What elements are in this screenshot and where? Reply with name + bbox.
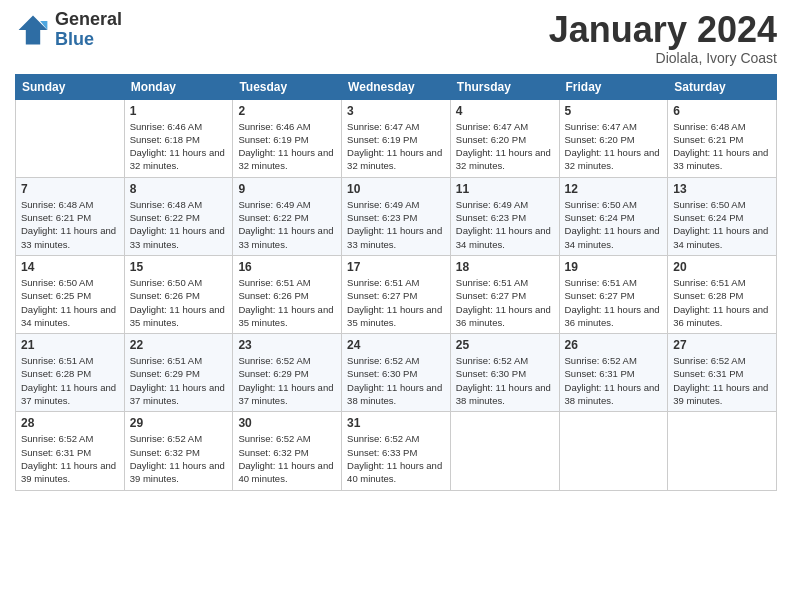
day-number: 14 [21,260,119,274]
day-number: 8 [130,182,228,196]
day-number: 12 [565,182,663,196]
calendar-week-row: 1Sunrise: 6:46 AMSunset: 6:18 PMDaylight… [16,99,777,177]
day-number: 9 [238,182,336,196]
day-number: 28 [21,416,119,430]
day-info: Sunrise: 6:47 AMSunset: 6:20 PMDaylight:… [565,120,663,173]
table-row: 22Sunrise: 6:51 AMSunset: 6:29 PMDayligh… [124,334,233,412]
table-row [450,412,559,490]
table-row: 9Sunrise: 6:49 AMSunset: 6:22 PMDaylight… [233,177,342,255]
day-number: 4 [456,104,554,118]
table-row: 29Sunrise: 6:52 AMSunset: 6:32 PMDayligh… [124,412,233,490]
table-row: 10Sunrise: 6:49 AMSunset: 6:23 PMDayligh… [342,177,451,255]
table-row: 8Sunrise: 6:48 AMSunset: 6:22 PMDaylight… [124,177,233,255]
day-number: 23 [238,338,336,352]
calendar-week-row: 7Sunrise: 6:48 AMSunset: 6:21 PMDaylight… [16,177,777,255]
logo: General Blue [15,10,122,50]
table-row: 23Sunrise: 6:52 AMSunset: 6:29 PMDayligh… [233,334,342,412]
logo-blue-label: Blue [55,30,122,50]
day-number: 31 [347,416,445,430]
day-info: Sunrise: 6:48 AMSunset: 6:21 PMDaylight:… [673,120,771,173]
day-info: Sunrise: 6:47 AMSunset: 6:20 PMDaylight:… [456,120,554,173]
table-row [559,412,668,490]
logo-icon [15,12,51,48]
table-row: 31Sunrise: 6:52 AMSunset: 6:33 PMDayligh… [342,412,451,490]
day-number: 10 [347,182,445,196]
day-info: Sunrise: 6:47 AMSunset: 6:19 PMDaylight:… [347,120,445,173]
day-info: Sunrise: 6:51 AMSunset: 6:28 PMDaylight:… [21,354,119,407]
day-number: 29 [130,416,228,430]
day-number: 27 [673,338,771,352]
day-info: Sunrise: 6:52 AMSunset: 6:31 PMDaylight:… [21,432,119,485]
day-info: Sunrise: 6:49 AMSunset: 6:22 PMDaylight:… [238,198,336,251]
day-number: 30 [238,416,336,430]
day-number: 2 [238,104,336,118]
day-info: Sunrise: 6:51 AMSunset: 6:27 PMDaylight:… [456,276,554,329]
table-row: 1Sunrise: 6:46 AMSunset: 6:18 PMDaylight… [124,99,233,177]
table-row: 18Sunrise: 6:51 AMSunset: 6:27 PMDayligh… [450,255,559,333]
day-number: 26 [565,338,663,352]
table-row: 21Sunrise: 6:51 AMSunset: 6:28 PMDayligh… [16,334,125,412]
day-number: 7 [21,182,119,196]
day-info: Sunrise: 6:50 AMSunset: 6:24 PMDaylight:… [673,198,771,251]
header-tuesday: Tuesday [233,74,342,99]
table-row: 17Sunrise: 6:51 AMSunset: 6:27 PMDayligh… [342,255,451,333]
day-info: Sunrise: 6:52 AMSunset: 6:31 PMDaylight:… [673,354,771,407]
day-number: 16 [238,260,336,274]
day-number: 25 [456,338,554,352]
calendar-week-row: 21Sunrise: 6:51 AMSunset: 6:28 PMDayligh… [16,334,777,412]
logo-general-label: General [55,10,122,30]
day-info: Sunrise: 6:51 AMSunset: 6:29 PMDaylight:… [130,354,228,407]
day-info: Sunrise: 6:52 AMSunset: 6:32 PMDaylight:… [130,432,228,485]
table-row: 24Sunrise: 6:52 AMSunset: 6:30 PMDayligh… [342,334,451,412]
calendar-header-row: Sunday Monday Tuesday Wednesday Thursday… [16,74,777,99]
table-row: 14Sunrise: 6:50 AMSunset: 6:25 PMDayligh… [16,255,125,333]
day-info: Sunrise: 6:52 AMSunset: 6:33 PMDaylight:… [347,432,445,485]
header-saturday: Saturday [668,74,777,99]
table-row: 3Sunrise: 6:47 AMSunset: 6:19 PMDaylight… [342,99,451,177]
logo-text: General Blue [55,10,122,50]
day-info: Sunrise: 6:48 AMSunset: 6:21 PMDaylight:… [21,198,119,251]
calendar-table: Sunday Monday Tuesday Wednesday Thursday… [15,74,777,491]
day-info: Sunrise: 6:51 AMSunset: 6:27 PMDaylight:… [565,276,663,329]
day-number: 19 [565,260,663,274]
day-number: 15 [130,260,228,274]
day-number: 20 [673,260,771,274]
table-row: 13Sunrise: 6:50 AMSunset: 6:24 PMDayligh… [668,177,777,255]
table-row: 15Sunrise: 6:50 AMSunset: 6:26 PMDayligh… [124,255,233,333]
table-row [668,412,777,490]
day-info: Sunrise: 6:46 AMSunset: 6:18 PMDaylight:… [130,120,228,173]
header-wednesday: Wednesday [342,74,451,99]
table-row: 2Sunrise: 6:46 AMSunset: 6:19 PMDaylight… [233,99,342,177]
day-number: 1 [130,104,228,118]
table-row: 12Sunrise: 6:50 AMSunset: 6:24 PMDayligh… [559,177,668,255]
day-info: Sunrise: 6:49 AMSunset: 6:23 PMDaylight:… [456,198,554,251]
day-number: 3 [347,104,445,118]
day-info: Sunrise: 6:52 AMSunset: 6:30 PMDaylight:… [456,354,554,407]
table-row [16,99,125,177]
table-row: 25Sunrise: 6:52 AMSunset: 6:30 PMDayligh… [450,334,559,412]
header: General Blue January 2024 Diolala, Ivory… [15,10,777,66]
day-info: Sunrise: 6:51 AMSunset: 6:27 PMDaylight:… [347,276,445,329]
day-number: 24 [347,338,445,352]
table-row: 19Sunrise: 6:51 AMSunset: 6:27 PMDayligh… [559,255,668,333]
page: General Blue January 2024 Diolala, Ivory… [0,0,792,612]
calendar-week-row: 14Sunrise: 6:50 AMSunset: 6:25 PMDayligh… [16,255,777,333]
day-number: 5 [565,104,663,118]
table-row: 30Sunrise: 6:52 AMSunset: 6:32 PMDayligh… [233,412,342,490]
table-row: 5Sunrise: 6:47 AMSunset: 6:20 PMDaylight… [559,99,668,177]
table-row: 28Sunrise: 6:52 AMSunset: 6:31 PMDayligh… [16,412,125,490]
table-row: 20Sunrise: 6:51 AMSunset: 6:28 PMDayligh… [668,255,777,333]
day-number: 6 [673,104,771,118]
header-thursday: Thursday [450,74,559,99]
table-row: 16Sunrise: 6:51 AMSunset: 6:26 PMDayligh… [233,255,342,333]
day-number: 22 [130,338,228,352]
header-sunday: Sunday [16,74,125,99]
location-label: Diolala, Ivory Coast [549,50,777,66]
day-info: Sunrise: 6:52 AMSunset: 6:29 PMDaylight:… [238,354,336,407]
day-info: Sunrise: 6:50 AMSunset: 6:26 PMDaylight:… [130,276,228,329]
day-number: 18 [456,260,554,274]
day-info: Sunrise: 6:52 AMSunset: 6:31 PMDaylight:… [565,354,663,407]
table-row: 26Sunrise: 6:52 AMSunset: 6:31 PMDayligh… [559,334,668,412]
day-info: Sunrise: 6:46 AMSunset: 6:19 PMDaylight:… [238,120,336,173]
day-info: Sunrise: 6:52 AMSunset: 6:32 PMDaylight:… [238,432,336,485]
